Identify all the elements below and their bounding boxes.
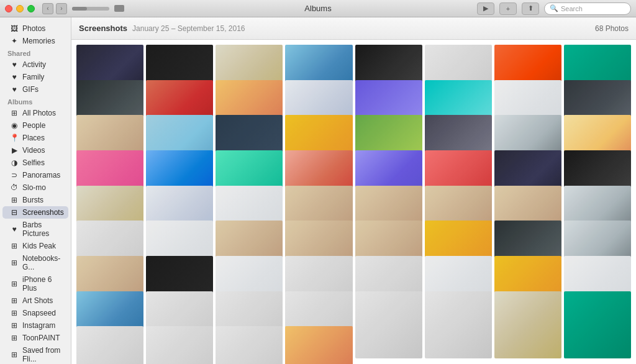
toonpaint-icon: ⊞	[10, 334, 19, 342]
instagram-icon: ⊞	[10, 321, 19, 330]
sidebar-item-selfies[interactable]: ◑Selfies	[2, 157, 68, 169]
maximize-button[interactable]	[27, 5, 35, 12]
sidebar-item-videos[interactable]: ▶Videos	[2, 144, 68, 157]
sidebar-label-toonpaint: ToonPAINT	[22, 334, 60, 342]
sidebar-item-snapseed[interactable]: ⊞Snapseed	[2, 307, 68, 319]
sidebar-label-videos: Videos	[22, 146, 45, 155]
sidebar-label-saved-from-fli: Saved from Fli...	[22, 346, 61, 363]
photo-thumb[interactable]	[494, 291, 561, 358]
sidebar-label-family: Family	[22, 73, 44, 81]
sidebar-item-saved-from-fli[interactable]: ⊞Saved from Fli...	[2, 344, 68, 364]
barbs-pictures-icon: ♥	[10, 225, 19, 234]
sidebar-item-people[interactable]: ◉People	[2, 119, 68, 132]
search-icon: 🔍	[550, 4, 558, 12]
sidebar-label-snapseed: Snapseed	[22, 309, 56, 317]
window-title: Albums	[304, 4, 331, 13]
sidebar-label-panoramas: Panoramas	[22, 171, 60, 180]
app-content: 🖼 Photos ✦ Memories Shared ♥ Activity ♥ …	[0, 17, 636, 364]
sidebar-item-slo-mo[interactable]: ⏱Slo-mo	[2, 181, 68, 194]
sidebar-item-memories[interactable]: ✦ Memories	[2, 35, 68, 47]
places-icon: 📍	[10, 134, 19, 142]
photo-count: 68 Photos	[595, 24, 629, 33]
sidebar-label-bursts: Bursts	[22, 196, 43, 204]
activity-icon: ♥	[10, 60, 19, 69]
sidebar: 🖼 Photos ✦ Memories Shared ♥ Activity ♥ …	[0, 17, 71, 364]
album-title: Screenshots	[79, 24, 127, 33]
iphone-6-plus-icon: ⊞	[10, 280, 19, 288]
photo-thumb[interactable]	[564, 291, 631, 358]
sidebar-item-all-photos[interactable]: ⊞All Photos	[2, 107, 68, 119]
family-icon: ♥	[10, 73, 19, 81]
sidebar-item-notebooks-g[interactable]: ⊞Notebooks-G...	[2, 252, 68, 273]
saved-from-fli-icon: ⊞	[10, 350, 19, 359]
sidebar-label-all-photos: All Photos	[22, 109, 56, 117]
minimize-button[interactable]	[16, 5, 24, 12]
traffic-lights	[5, 5, 35, 12]
sidebar-label-barbs-pictures: Barbs Pictures	[22, 221, 61, 238]
memories-icon: ✦	[10, 37, 19, 45]
shared-header: Shared	[0, 47, 71, 58]
slo-mo-icon: ⏱	[10, 183, 19, 192]
window-icon	[114, 5, 124, 12]
sidebar-label-slo-mo: Slo-mo	[22, 183, 46, 192]
videos-icon: ▶	[10, 146, 19, 155]
sidebar-item-art-shots[interactable]: ⊞Art Shots	[2, 294, 68, 307]
selfies-icon: ◑	[10, 158, 19, 167]
sidebar-item-places[interactable]: 📍Places	[2, 132, 68, 144]
back-button[interactable]: ‹	[42, 3, 53, 14]
photo-thumb[interactable]	[425, 291, 492, 358]
snapseed-icon: ⊞	[10, 309, 19, 317]
photo-thumb[interactable]	[355, 291, 422, 358]
photo-thumb[interactable]	[216, 326, 283, 364]
sidebar-label-places: Places	[22, 134, 45, 142]
share-button[interactable]: ⬆	[522, 2, 539, 15]
art-shots-icon: ⊞	[10, 296, 19, 305]
notebooks-g-icon: ⊞	[10, 258, 19, 267]
loading-progress	[72, 5, 124, 12]
sidebar-label-activity: Activity	[22, 60, 46, 69]
photo-thumb[interactable]	[146, 326, 213, 364]
play-button[interactable]: ▶	[477, 2, 494, 15]
sidebar-item-panoramas[interactable]: ⊃Panoramas	[2, 169, 68, 181]
sidebar-item-screenshots[interactable]: ⊟Screenshots	[2, 206, 68, 219]
sidebar-label-iphone-6-plus: iPhone 6 Plus	[22, 275, 61, 293]
photo-thumb[interactable]	[76, 326, 143, 364]
photo-grid	[71, 40, 636, 364]
sidebar-label-art-shots: Art Shots	[22, 296, 53, 305]
search-placeholder: Search	[561, 5, 583, 12]
main-area: Screenshots January 25 – September 15, 2…	[71, 17, 636, 364]
album-date: January 25 – September 15, 2016	[132, 24, 245, 33]
sidebar-label-screenshots: Screenshots	[22, 208, 64, 217]
screenshots-icon: ⊟	[10, 208, 19, 217]
sidebar-item-activity[interactable]: ♥ Activity	[2, 58, 68, 71]
forward-button[interactable]: ›	[56, 3, 67, 14]
all-photos-icon: ⊞	[10, 109, 19, 117]
sidebar-item-barbs-pictures[interactable]: ♥Barbs Pictures	[2, 219, 68, 240]
sidebar-item-family[interactable]: ♥ Family	[2, 71, 68, 83]
titlebar-controls: ▶ + ⬆ 🔍 Search	[477, 2, 631, 15]
sidebar-label-memories: Memories	[22, 37, 55, 45]
gifs-icon: ♥	[10, 85, 19, 94]
albums-list: ⊞All Photos◉People📍Places▶Videos◑Selfies…	[0, 107, 71, 364]
sidebar-item-bursts[interactable]: ⊞Bursts	[2, 194, 68, 206]
sidebar-label-photos: Photos	[22, 24, 45, 33]
sidebar-item-photos[interactable]: 🖼 Photos	[2, 22, 68, 35]
photo-thumb[interactable]	[285, 326, 352, 364]
kids-peak-icon: ⊞	[10, 242, 19, 250]
sidebar-label-people: People	[22, 121, 45, 130]
sidebar-label-gifs: GIFs	[22, 85, 39, 94]
sidebar-item-iphone-6-plus[interactable]: ⊞iPhone 6 Plus	[2, 273, 68, 294]
nav-buttons: ‹ ›	[42, 3, 67, 14]
sidebar-label-notebooks-g: Notebooks-G...	[22, 254, 61, 271]
add-button[interactable]: +	[499, 2, 517, 15]
sidebar-item-gifs[interactable]: ♥ GIFs	[2, 83, 68, 96]
sidebar-item-instagram[interactable]: ⊞Instagram	[2, 319, 68, 332]
search-box[interactable]: 🔍 Search	[544, 2, 631, 15]
close-button[interactable]	[5, 5, 12, 12]
titlebar: ‹ › Albums ▶ + ⬆ 🔍 Search	[0, 0, 636, 17]
bursts-icon: ⊞	[10, 196, 19, 204]
photos-icon: 🖼	[10, 24, 19, 33]
people-icon: ◉	[10, 121, 19, 130]
sidebar-item-kids-peak[interactable]: ⊞Kids Peak	[2, 240, 68, 252]
sidebar-item-toonpaint[interactable]: ⊞ToonPAINT	[2, 332, 68, 344]
